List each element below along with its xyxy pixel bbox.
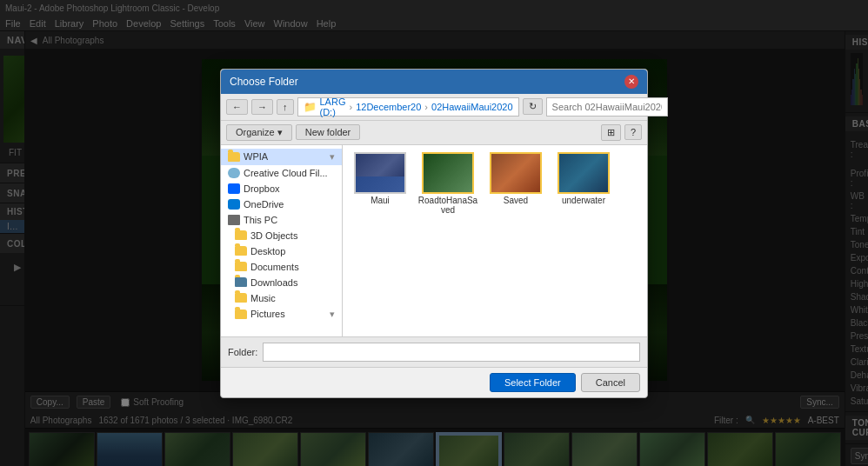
tree-label: Music [250, 293, 276, 303]
cancel-btn[interactable]: Cancel [581, 373, 640, 392]
tree-item-this-pc[interactable]: This PC [221, 212, 342, 228]
folder-input-row: Folder: [221, 336, 647, 367]
folder-icon [235, 310, 247, 319]
folder-icon [228, 152, 240, 162]
tree-label: 3D Objects [250, 230, 297, 241]
tree-label: Downloads [250, 277, 297, 288]
expand-icon: ▾ [330, 151, 335, 163]
tree-item-downloads[interactable]: Downloads [221, 275, 342, 290]
new-folder-btn[interactable]: New folder [296, 124, 361, 140]
folder-icon [235, 293, 247, 303]
file-browser: WPIA ▾ Creative Cloud Fil... Dropbox One… [221, 145, 647, 336]
folder-saved[interactable]: Saved [485, 152, 546, 215]
dialog-overlay: Choose Folder ✕ ← → ↑ 📁 LARG (D:) › 12De… [0, 0, 868, 466]
dialog-title: Choose Folder [230, 76, 298, 88]
file-grid: Maui RoadtoHanaSaved Saved [343, 145, 647, 336]
folder-icon [235, 277, 247, 287]
onedrive-icon [228, 199, 240, 210]
tree-label: Desktop [250, 246, 285, 256]
path-part-1[interactable]: LARG (D:) [320, 97, 346, 117]
tree-label: This PC [244, 215, 277, 225]
folder-label-maui: Maui [371, 196, 390, 205]
forward-btn[interactable]: → [251, 99, 273, 115]
folder-icon [235, 262, 247, 271]
tree-label: WPIA [244, 151, 268, 162]
folder-icon [235, 246, 247, 256]
tree-item-documents[interactable]: Documents [221, 259, 342, 275]
tree-item-wpia[interactable]: WPIA ▾ [221, 149, 342, 165]
up-btn[interactable]: ↑ [277, 99, 294, 115]
left-tree: WPIA ▾ Creative Cloud Fil... Dropbox One… [221, 145, 343, 336]
search-input[interactable] [546, 97, 668, 116]
folder-input-label: Folder: [228, 347, 257, 357]
path-part-3[interactable]: 02HawaiiMaui2020 [431, 102, 513, 112]
address-path: 📁 LARG (D:) › 12December20 › 02HawaiiMau… [297, 97, 519, 116]
select-folder-btn[interactable]: Select Folder [490, 373, 576, 392]
organize-btn[interactable]: Organize ▾ [226, 124, 292, 141]
folder-road[interactable]: RoadtoHanaSaved [417, 152, 478, 215]
address-bar: ← → ↑ 📁 LARG (D:) › 12December20 › 02Haw… [221, 94, 647, 121]
dialog-close-btn[interactable]: ✕ [624, 75, 638, 89]
dialog-buttons: Select Folder Cancel [221, 367, 647, 397]
tree-item-creative-cloud[interactable]: Creative Cloud Fil... [221, 165, 342, 181]
pc-icon [228, 215, 240, 225]
refresh-btn[interactable]: ↻ [523, 98, 543, 115]
tree-item-onedrive[interactable]: OneDrive [221, 196, 342, 212]
tree-label: Pictures [250, 309, 285, 319]
folder-uw[interactable]: underwater [553, 152, 614, 215]
tree-item-music[interactable]: Music [221, 290, 342, 306]
tree-item-dropbox[interactable]: Dropbox [221, 181, 342, 196]
choose-folder-dialog: Choose Folder ✕ ← → ↑ 📁 LARG (D:) › 12De… [220, 69, 648, 398]
tree-scroll-indicator: ▾ [330, 309, 335, 320]
dialog-title-bar: Choose Folder ✕ [221, 70, 647, 94]
tree-item-desktop[interactable]: Desktop [221, 243, 342, 259]
dropbox-icon [228, 183, 240, 194]
folder-thumb-maui [354, 152, 406, 194]
folder-thumb-uw [558, 152, 610, 194]
tree-item-pictures[interactable]: Pictures ▾ [221, 306, 342, 323]
folder-label-road: RoadtoHanaSaved [417, 196, 478, 215]
view-toggle-btn[interactable]: ⊞ [601, 124, 621, 141]
folder-label-saved: Saved [504, 196, 528, 205]
path-part-2[interactable]: 12December20 [356, 102, 421, 112]
help-btn[interactable]: ? [624, 124, 642, 140]
cloud-folder-icon [228, 168, 240, 178]
folder-maui[interactable]: Maui [350, 152, 411, 215]
folder-thumb-road [422, 152, 474, 194]
folder-thumb-saved [490, 152, 542, 194]
tree-item-3d-objects[interactable]: 3D Objects [221, 228, 342, 243]
tree-label: Creative Cloud Fil... [244, 168, 328, 178]
tree-label: OneDrive [244, 199, 284, 210]
dialog-toolbar: Organize ▾ New folder ⊞ ? [221, 121, 647, 145]
back-btn[interactable]: ← [226, 99, 248, 115]
tree-label: Dropbox [244, 183, 280, 194]
folder-label-uw: underwater [562, 196, 605, 205]
folder-icon-small: 📁 [304, 101, 317, 113]
tree-label: Documents [250, 262, 299, 272]
folder-name-input[interactable] [263, 343, 640, 362]
folder-icon [235, 230, 247, 240]
